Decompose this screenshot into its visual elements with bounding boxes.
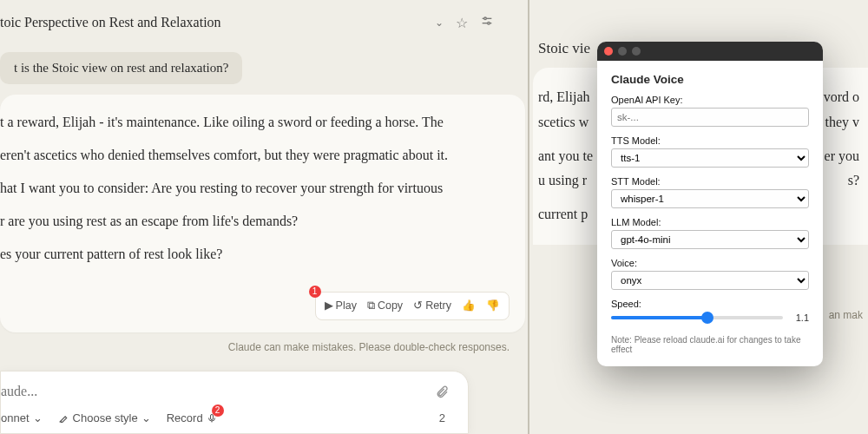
llm-label: LLM Model: — [611, 217, 809, 227]
chat-header: toic Perspective on Rest and Relaxation … — [0, 0, 525, 40]
voice-label: Voice: — [611, 258, 809, 268]
svg-point-2 — [484, 17, 487, 20]
style-select[interactable]: Choose style ⌄ — [58, 411, 151, 424]
thumbs-down-icon[interactable]: 👎 — [486, 298, 500, 314]
svg-point-3 — [488, 22, 490, 24]
settings-popup: Claude Voice OpenAI API Key: TTS Model: … — [597, 42, 823, 366]
user-message: t is the Stoic view on rest and relaxati… — [0, 52, 242, 84]
model-select[interactable]: onnet ⌄ — [1, 411, 43, 424]
minimize-icon[interactable] — [618, 47, 627, 56]
response-line: t a reward, Elijah - it's maintenance. L… — [0, 112, 504, 133]
api-key-input[interactable] — [611, 108, 809, 127]
record-badge: 2 — [212, 404, 224, 417]
assistant-message: t a reward, Elijah - it's maintenance. L… — [0, 95, 525, 332]
record-button[interactable]: Record 2 — [167, 411, 217, 424]
copy-button[interactable]: ⧉ Copy — [367, 298, 403, 314]
api-key-label: OpenAI API Key: — [611, 95, 809, 105]
message-actions: 1 ▶ Play ⧉ Copy ↺ Retry 👍 👎 — [315, 292, 510, 320]
response-line: es your current pattern of rest look lik… — [0, 244, 504, 265]
speed-slider[interactable] — [611, 316, 783, 319]
message-input[interactable] — [1, 384, 449, 399]
speed-value: 1.1 — [790, 312, 809, 323]
popup-titlebar[interactable] — [597, 42, 823, 61]
slider-thumb[interactable] — [701, 312, 713, 324]
stt-label: STT Model: — [611, 176, 809, 187]
filter-icon[interactable] — [480, 14, 494, 31]
response-line: r are you using rest as an escape from l… — [0, 211, 504, 232]
play-badge: 1 — [309, 286, 321, 298]
speed-label: Speed: — [611, 299, 809, 309]
star-icon[interactable]: ☆ — [456, 15, 468, 31]
response-line: eren't ascetics who denied themselves co… — [0, 145, 504, 166]
stt-select[interactable]: whisper-1 — [611, 189, 809, 208]
main-panel: toic Perspective on Rest and Relaxation … — [0, 0, 525, 434]
popup-title: Claude Voice — [611, 73, 809, 86]
tts-label: TTS Model: — [611, 135, 809, 146]
voice-select[interactable]: onyx — [611, 271, 809, 290]
disclaimer-text: Claude can make mistakes. Please double-… — [0, 341, 510, 353]
response-line: hat I want you to consider: Are you rest… — [0, 178, 504, 199]
zoom-icon[interactable] — [632, 47, 641, 56]
thumbs-up-icon[interactable]: 👍 — [462, 298, 476, 314]
chat-title[interactable]: toic Perspective on Rest and Relaxation — [0, 15, 430, 30]
tts-select[interactable]: tts-1 — [611, 148, 809, 168]
counter: 2 — [439, 411, 445, 424]
retry-button[interactable]: ↺ Retry — [413, 298, 451, 314]
svg-rect-4 — [210, 414, 213, 419]
composer: onnet ⌄ Choose style ⌄ Record 2 2 — [0, 371, 469, 434]
right-disclaimer-fragment: an mak — [829, 309, 863, 321]
play-button[interactable]: ▶ Play — [325, 298, 357, 314]
chevron-down-icon[interactable]: ⌄ — [435, 16, 444, 30]
attach-icon[interactable] — [435, 385, 449, 403]
popup-note: Note: Please reload claude.ai for change… — [611, 335, 809, 354]
close-icon[interactable] — [604, 47, 613, 56]
llm-select[interactable]: gpt-4o-mini — [611, 230, 809, 249]
